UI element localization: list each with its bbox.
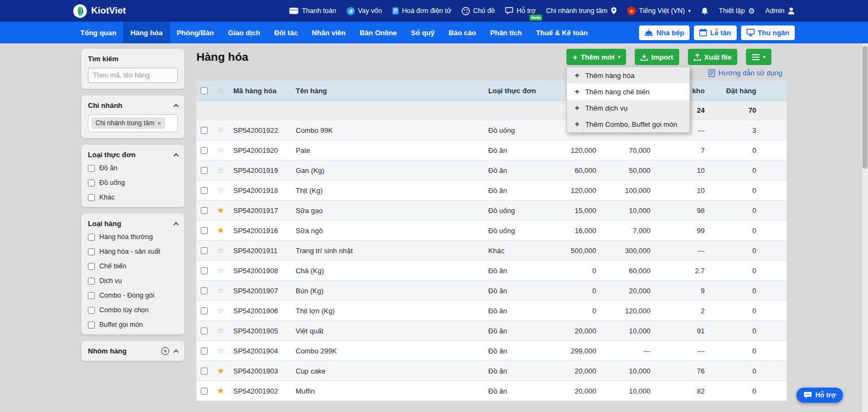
topbar-item-payment[interactable]: Thanh toán: [289, 7, 336, 15]
star-icon[interactable]: ☆: [217, 326, 224, 335]
row-checkbox[interactable]: [201, 147, 208, 154]
scrollbar-thumb[interactable]: [863, 46, 867, 169]
nav-tab-tong-quan[interactable]: Tổng quan: [73, 22, 123, 43]
item-type-option[interactable]: Combo tùy chọn: [88, 306, 178, 314]
select-all-checkbox[interactable]: [201, 87, 208, 94]
add-new-button[interactable]: + Thêm mới ▾: [566, 49, 626, 65]
item-type-checkbox[interactable]: [88, 234, 95, 241]
row-checkbox[interactable]: [201, 267, 208, 274]
menu-type-option[interactable]: Khác: [88, 194, 178, 201]
item-type-option[interactable]: Buffet gọi món: [88, 321, 178, 329]
topbar-item-user[interactable]: Admin: [765, 7, 795, 15]
item-type-checkbox[interactable]: [88, 307, 95, 314]
item-type-checkbox[interactable]: [88, 321, 95, 329]
star-icon[interactable]: ☆: [217, 185, 224, 195]
brand[interactable]: KiotViet: [73, 4, 126, 18]
item-type-checkbox[interactable]: [88, 278, 95, 285]
nav-tab-so-quy[interactable]: Sổ quỹ: [404, 22, 442, 43]
row-checkbox[interactable]: [201, 127, 208, 134]
nav-tab-ban-online[interactable]: Bán Online: [353, 22, 404, 43]
nav-tab-thue-ke-toan[interactable]: Thuế & Kế toán: [529, 22, 595, 43]
menu-type-option[interactable]: Đồ uống: [88, 179, 178, 186]
add-menu-item[interactable]: +Thêm Combo, Buffet gọi món: [567, 116, 690, 132]
star-icon[interactable]: ☆: [217, 306, 224, 315]
item-type-option[interactable]: Hàng hóa thường: [88, 233, 178, 241]
row-checkbox[interactable]: [201, 307, 208, 314]
star-icon[interactable]: ★: [217, 386, 224, 395]
item-type-option[interactable]: Combo - Đóng gói: [88, 292, 178, 299]
table-row[interactable]: ☆SP542001907Bún (Kg)Đồ ăn020,00090: [196, 281, 787, 301]
row-checkbox[interactable]: [201, 368, 208, 375]
chip-remove-icon[interactable]: ×: [157, 120, 162, 127]
table-row[interactable]: ☆SP542001911Trang trí sinh nhậtKhác500,0…: [196, 241, 787, 261]
menu-type-checkbox[interactable]: [88, 194, 95, 201]
table-row[interactable]: ★SP542001917Sữa gạoĐồ uống15,00010,00098…: [196, 201, 787, 221]
column-settings-button[interactable]: ▾: [746, 49, 771, 65]
row-checkbox[interactable]: [201, 287, 208, 294]
star-icon[interactable]: ☆: [217, 246, 224, 255]
star-icon[interactable]: ☆: [217, 145, 224, 154]
nav-tab-hang-hoa[interactable]: Hàng hóa: [123, 22, 169, 43]
row-checkbox[interactable]: [201, 388, 208, 395]
quick-button-thu-ngan[interactable]: Thu ngân: [741, 25, 795, 40]
chevron-up-icon[interactable]: [174, 222, 179, 227]
chevron-up-icon[interactable]: [174, 153, 179, 158]
row-checkbox[interactable]: [201, 227, 208, 234]
column-header[interactable]: Mã hàng hóa: [229, 81, 291, 101]
topbar-item-theme[interactable]: Chủ đề: [462, 7, 495, 15]
item-type-checkbox[interactable]: [88, 248, 95, 255]
star-icon[interactable]: ★: [217, 226, 224, 235]
menu-type-checkbox[interactable]: [88, 165, 95, 172]
search-input[interactable]: [88, 68, 178, 83]
column-header[interactable]: Đặt hàng: [709, 81, 761, 101]
nav-tab-bao-cao[interactable]: Báo cáo: [442, 22, 483, 43]
topbar-item-loan[interactable]: đVay vốn: [347, 7, 382, 15]
column-header[interactable]: Loại thực đơn: [484, 81, 544, 101]
menu-type-checkbox[interactable]: [88, 179, 95, 186]
quick-button-le-tan[interactable]: Lễ tân: [694, 25, 736, 40]
table-row[interactable]: ☆SP542001904Combo 299KĐồ ăn299,000------…: [196, 341, 787, 361]
topbar-item-settings[interactable]: Thiết lập⚙: [719, 7, 755, 15]
topbar-item-language[interactable]: ★Tiếng Việt (VN)▾: [627, 7, 691, 15]
item-type-option[interactable]: Hàng hóa - sản xuất: [88, 248, 178, 255]
export-button[interactable]: Xuất file: [688, 49, 738, 65]
nav-tab-phong-ban[interactable]: Phòng/Bàn: [170, 22, 221, 43]
table-row[interactable]: ☆SP542001918Thịt (Kg)Đồ ăn120,000100,000…: [196, 181, 787, 201]
add-menu-item[interactable]: +Thêm hàng chế biến: [567, 83, 690, 100]
topbar-item-branch[interactable]: Chi nhánh trung tâm: [546, 7, 616, 15]
add-menu-item[interactable]: +Thêm dịch vụ: [567, 100, 690, 116]
chevron-up-icon[interactable]: [174, 349, 179, 355]
row-checkbox[interactable]: [201, 327, 208, 334]
chevron-up-icon[interactable]: [174, 104, 179, 109]
topbar-item-e-invoice[interactable]: Hoá đơn điện tử: [392, 7, 451, 15]
star-icon[interactable]: ★: [217, 366, 224, 375]
star-icon[interactable]: ☆: [217, 346, 224, 355]
column-header[interactable]: Tên hàng: [291, 81, 484, 101]
table-row[interactable]: ☆SP542001906Thịt lợn (Kg)Đồ ăn0120,00020: [196, 301, 787, 321]
row-checkbox[interactable]: [201, 207, 208, 214]
import-button[interactable]: Import: [635, 49, 679, 65]
add-menu-item[interactable]: +Thêm hàng hóa: [567, 67, 690, 83]
table-row[interactable]: ☆SP542001920PateĐồ ăn120,00070,00070: [196, 140, 787, 160]
item-type-checkbox[interactable]: [88, 292, 95, 299]
topbar-item-notifications[interactable]: [701, 7, 709, 15]
topbar-item-support[interactable]: Hỗ trợBeta: [505, 7, 535, 15]
menu-type-option[interactable]: Đồ ăn: [88, 164, 178, 172]
row-checkbox[interactable]: [201, 167, 208, 174]
nav-tab-phan-tich[interactable]: Phân tích: [483, 22, 529, 43]
star-icon[interactable]: ☆: [217, 286, 224, 295]
star-icon[interactable]: ★: [217, 205, 224, 215]
table-row[interactable]: ☆SP542001919Gan (Kg)Đồ ăn60,00050,000100: [196, 160, 787, 181]
vertical-scrollbar[interactable]: [861, 43, 868, 412]
branch-select[interactable]: Chi nhánh trung tâm ×: [88, 114, 178, 132]
table-row[interactable]: ☆SP542001905Việt quấtĐồ ăn20,00010,00091…: [196, 321, 787, 341]
nav-tab-doi-tac[interactable]: Đối tác: [267, 22, 305, 43]
row-checkbox[interactable]: [201, 187, 208, 194]
table-row[interactable]: ☆SP542001908Chả (Kg)Đồ ăn060,0002.70: [196, 261, 787, 281]
star-icon[interactable]: ☆: [217, 165, 224, 175]
item-type-option[interactable]: Dịch vụ: [88, 277, 178, 285]
nav-tab-nhan-vien[interactable]: Nhân viên: [305, 22, 353, 43]
add-group-icon[interactable]: [161, 347, 169, 355]
quick-button-nha-bep[interactable]: Nhà bếp: [639, 25, 690, 40]
nav-tab-giao-dich[interactable]: Giao dịch: [221, 22, 267, 43]
